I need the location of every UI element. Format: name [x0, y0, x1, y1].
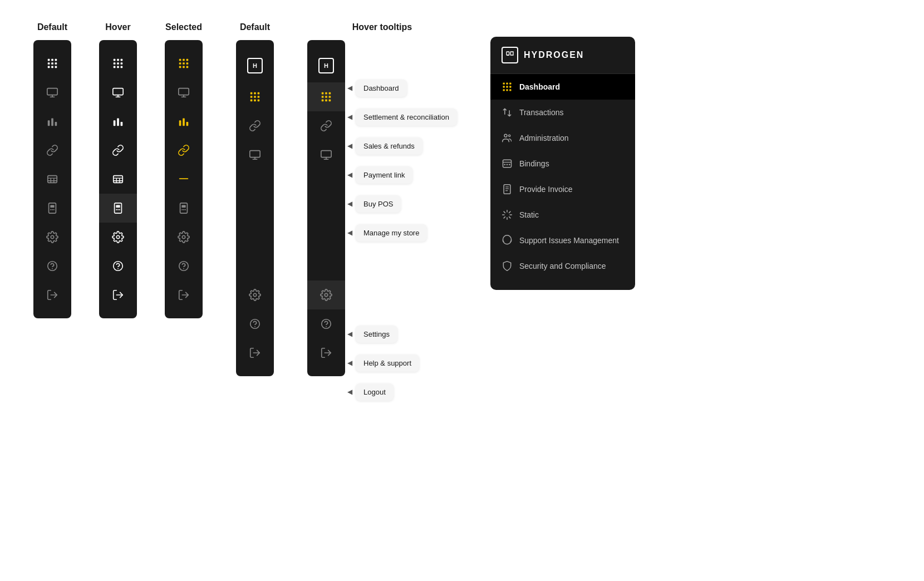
hover-tooltips-area: H	[307, 40, 457, 406]
sidebar-selected	[165, 40, 203, 318]
svg-rect-92	[321, 151, 331, 157]
svg-rect-88	[329, 96, 331, 98]
tooltip-spacer	[347, 247, 457, 319]
nav-icon-table-selected[interactable]	[165, 165, 203, 194]
svg-point-67	[183, 268, 184, 269]
tooltip-sales: ◀ Sales & refunds	[347, 131, 457, 160]
nav-icon-link-md[interactable]	[236, 111, 274, 140]
nav-icon-monitor-selected[interactable]	[165, 78, 203, 107]
svg-rect-36	[114, 176, 123, 183]
tooltip-dashboard: ◀ Dashboard	[347, 73, 457, 102]
nav-icon-settings-md[interactable]	[236, 280, 274, 309]
svg-point-44	[117, 268, 119, 269]
sidebar-item-provide-invoice[interactable]: Provide Invoice	[490, 176, 635, 202]
security-icon	[502, 260, 513, 272]
administration-icon	[502, 132, 513, 144]
nav-icon-monitor-md[interactable]	[236, 140, 274, 169]
nav-spacer-md	[236, 169, 274, 280]
nav-icon-monitor-hover[interactable]	[99, 78, 137, 107]
svg-rect-98	[503, 83, 504, 85]
nav-icon-settings-ht[interactable]	[307, 280, 345, 309]
svg-point-94	[322, 319, 331, 329]
nav-icon-chart-default[interactable]	[33, 107, 71, 136]
nav-icon-chart-hover[interactable]	[99, 107, 137, 136]
tooltip-manage-store: ◀ Manage my store	[347, 218, 457, 247]
nav-icon-grid-md[interactable]	[236, 82, 274, 111]
nav-icon-logout-hover[interactable]	[99, 280, 137, 309]
tooltip-buy-pos: ◀ Buy POS	[347, 189, 457, 218]
nav-icon-link-default[interactable]	[33, 136, 71, 165]
nav-icon-chart-selected[interactable]	[165, 107, 203, 136]
sidebar-item-security[interactable]: Security and Compliance	[490, 253, 635, 279]
nav-icon-pos-hover[interactable]	[99, 194, 137, 223]
svg-rect-51	[186, 62, 189, 65]
label-default: Default	[37, 22, 67, 32]
nav-icon-help-selected[interactable]	[165, 252, 203, 280]
nav-icon-logout-ht[interactable]	[307, 338, 345, 367]
right-spacer	[490, 22, 635, 37]
nav-icon-grid-hover[interactable]	[99, 49, 137, 78]
svg-rect-53	[183, 66, 185, 68]
nav-icon-help-md[interactable]	[236, 309, 274, 338]
svg-rect-6	[48, 66, 50, 68]
svg-rect-83	[322, 92, 324, 95]
svg-rect-23	[114, 59, 116, 61]
svg-rect-32	[113, 88, 123, 95]
invoice-icon	[502, 184, 513, 195]
nav-icon-link-ht[interactable]	[307, 111, 345, 140]
nav-icon-monitor-default[interactable]	[33, 78, 71, 107]
nav-icon-logout-md[interactable]	[236, 338, 274, 367]
sidebar-item-administration[interactable]: Administration	[490, 125, 635, 151]
svg-rect-74	[258, 96, 260, 98]
nav-icon-link-hover[interactable]	[99, 136, 137, 165]
nav-icon-table-hover[interactable]	[99, 165, 137, 194]
sidebar-item-support[interactable]: Support Issues Management	[490, 228, 635, 253]
svg-point-43	[114, 262, 123, 271]
sidebar-item-bindings[interactable]: Bindings	[490, 151, 635, 176]
svg-rect-55	[179, 88, 189, 95]
sidebar-item-dashboard[interactable]: Dashboard	[490, 74, 635, 100]
variants-area: Default	[33, 22, 203, 318]
label-default2: Default	[240, 22, 270, 32]
svg-rect-7	[51, 66, 53, 68]
svg-rect-63	[183, 209, 184, 210]
nav-icon-table-default[interactable]	[33, 165, 71, 194]
nav-icon-logout-default[interactable]	[33, 280, 71, 309]
nav-icon-settings-selected[interactable]	[165, 223, 203, 252]
nav-logo-middle: H	[236, 49, 274, 82]
svg-point-81	[254, 326, 255, 327]
sidebar-label-support: Support Issues Management	[519, 236, 619, 245]
nav-icon-pos-default[interactable]	[33, 194, 71, 223]
nav-icon-logout-selected[interactable]	[165, 280, 203, 309]
nav-icon-grid-default[interactable]	[33, 49, 71, 78]
svg-rect-113	[504, 185, 510, 194]
nav-icon-grid-ht[interactable]	[307, 82, 345, 111]
sidebar-item-transactions[interactable]: Transactions	[490, 100, 635, 125]
nav-icon-help-hover[interactable]	[99, 252, 137, 280]
sidebar-middle-default: H	[236, 40, 274, 376]
nav-icon-monitor-ht[interactable]	[307, 140, 345, 169]
svg-rect-57	[183, 119, 185, 126]
nav-icon-help-default[interactable]	[33, 252, 71, 280]
svg-rect-97	[507, 52, 509, 55]
nav-icon-settings-hover[interactable]	[99, 223, 137, 252]
svg-point-107	[504, 134, 507, 137]
nav-icon-link-selected[interactable]	[165, 136, 203, 165]
nav-icon-pos-selected[interactable]	[165, 194, 203, 223]
sidebar-item-static[interactable]: Static	[490, 202, 635, 228]
svg-rect-11	[51, 119, 53, 126]
logo-box-middle: H	[247, 58, 263, 73]
tooltip-bubble-sales: Sales & refunds	[356, 137, 422, 155]
svg-rect-3	[48, 62, 50, 65]
sidebar-label-administration: Administration	[519, 134, 569, 142]
nav-icon-help-ht[interactable]	[307, 309, 345, 338]
tooltip-bubble-logout: Logout	[356, 383, 394, 401]
nav-icon-settings-default[interactable]	[33, 223, 71, 252]
sidebar-label-provide-invoice: Provide Invoice	[519, 185, 573, 194]
nav-icon-grid-selected[interactable]	[165, 49, 203, 78]
middle-row: Default H	[236, 22, 457, 406]
tooltip-help: ◀ Help & support	[347, 348, 457, 377]
right-area: HYDROGEN Dash	[490, 22, 635, 290]
tooltip-payment-link: ◀ Payment link	[347, 160, 457, 189]
tooltip-arrow-settings: ◀	[347, 330, 352, 338]
